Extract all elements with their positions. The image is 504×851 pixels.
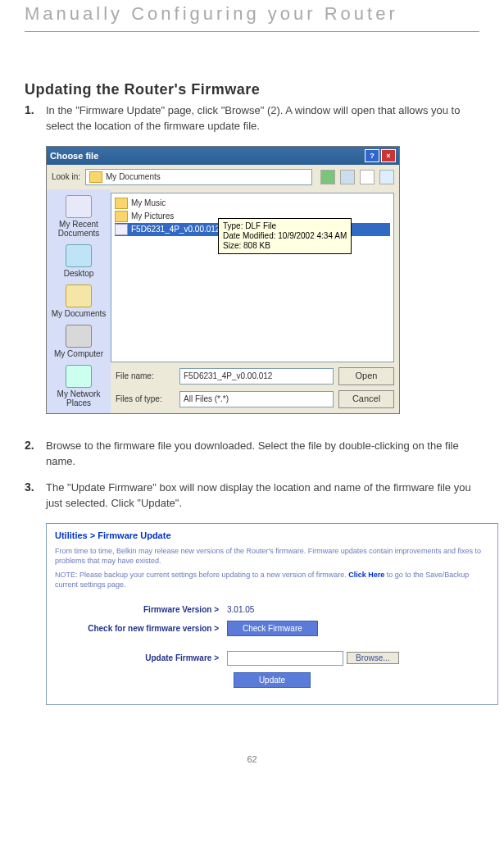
panel-title: Utilities > Firmware Update	[55, 530, 489, 540]
step-3: 3. The "Update Firmware" box will now di…	[25, 480, 479, 512]
page-number: 62	[25, 754, 479, 764]
firmware-update-panel: Utilities > Firmware Update From time to…	[46, 523, 498, 705]
folder-icon	[115, 198, 128, 209]
back-icon[interactable]	[320, 170, 335, 184]
file-list[interactable]: My Music My Pictures F5D6231_4P_v0.00.01…	[111, 193, 394, 362]
tooltip-line: Date Modified: 10/9/2002 4:34 AM	[223, 231, 347, 241]
place-label: My Recent Documents	[58, 220, 100, 238]
open-button[interactable]: Open	[338, 367, 394, 385]
step-number: 3.	[25, 480, 46, 512]
cancel-button[interactable]: Cancel	[338, 390, 394, 408]
firmware-path-input[interactable]	[227, 651, 343, 666]
filetype-value: All Files (*.*)	[184, 394, 229, 403]
lookin-combo[interactable]: My Documents	[85, 169, 312, 185]
place-desktop[interactable]: Desktop	[51, 242, 107, 280]
views-icon[interactable]	[379, 170, 394, 184]
section-heading: Updating the Router's Firmware	[25, 81, 479, 98]
firmware-version-value: 3.01.05	[227, 605, 254, 614]
file-name: My Pictures	[131, 212, 174, 221]
check-firmware-label: Check for new firmware version >	[55, 624, 227, 633]
tooltip-line: Type: DLF File	[223, 221, 347, 231]
lookin-value: My Documents	[106, 172, 161, 181]
up-icon[interactable]	[340, 170, 355, 184]
folder-icon	[89, 171, 102, 183]
place-label: My Documents	[52, 309, 107, 318]
file-name: F5D6231_4P_v0.00.012.dlf	[131, 225, 231, 234]
file-name: My Music	[131, 198, 166, 207]
firmware-version-label: Firmware Version >	[55, 605, 227, 614]
panel-paragraph: NOTE: Please backup your current setting…	[55, 571, 489, 589]
step-number: 1.	[25, 103, 46, 134]
place-network[interactable]: My Network Places	[51, 362, 107, 410]
newfolder-icon[interactable]	[360, 170, 375, 184]
step-text: In the "Firmware Update" page, click "Br…	[46, 103, 479, 134]
file-icon	[115, 224, 128, 235]
filetype-label: Files of type:	[116, 394, 175, 403]
lookin-label: Look in:	[52, 172, 80, 181]
file-tooltip: Type: DLF File Date Modified: 10/9/2002 …	[218, 218, 352, 254]
place-mycomputer[interactable]: My Computer	[51, 322, 107, 361]
chapter-title: Manually Configuring your Router	[25, 0, 479, 32]
dialog-titlebar: Choose file ? ×	[47, 147, 399, 165]
places-bar: My Recent Documents Desktop My Documents…	[47, 189, 111, 413]
step-text: The "Update Firmware" box will now displ…	[46, 480, 479, 512]
step-number: 2.	[25, 439, 46, 470]
filetype-combo[interactable]: All Files (*.*)	[179, 391, 334, 407]
panel-paragraph: From time to time, Belkin may release ne…	[55, 547, 489, 566]
list-item[interactable]: My Music	[115, 197, 390, 210]
update-firmware-label: Update Firmware >	[55, 653, 227, 662]
update-button[interactable]: Update	[234, 672, 311, 688]
tooltip-line: Size: 808 KB	[223, 241, 347, 251]
click-here-link[interactable]: Click Here	[348, 571, 384, 579]
help-icon[interactable]: ?	[365, 149, 379, 162]
dialog-title: Choose file	[50, 151, 98, 161]
folder-icon	[115, 211, 128, 222]
step-text: Browse to the firmware file you download…	[46, 439, 479, 470]
place-label: My Computer	[54, 349, 103, 358]
filename-value: F5D6231_4P_v0.00.012	[184, 371, 272, 380]
note-text: NOTE: Please backup your current setting…	[55, 571, 348, 579]
close-icon[interactable]: ×	[381, 149, 396, 162]
step-1: 1. In the "Firmware Update" page, click …	[25, 103, 479, 134]
place-label: Desktop	[64, 269, 94, 278]
filename-label: File name:	[116, 371, 175, 380]
browse-button[interactable]: Browse...	[347, 652, 399, 664]
step-2: 2. Browse to the firmware file you downl…	[25, 439, 479, 470]
place-mydocs[interactable]: My Documents	[51, 282, 107, 321]
filename-input[interactable]: F5D6231_4P_v0.00.012	[179, 368, 334, 385]
choose-file-dialog: Choose file ? × Look in: My Documents My…	[46, 146, 400, 414]
place-label: My Network Places	[57, 389, 101, 407]
check-firmware-button[interactable]: Check Firmware	[227, 621, 318, 636]
place-recent[interactable]: My Recent Documents	[51, 193, 107, 240]
